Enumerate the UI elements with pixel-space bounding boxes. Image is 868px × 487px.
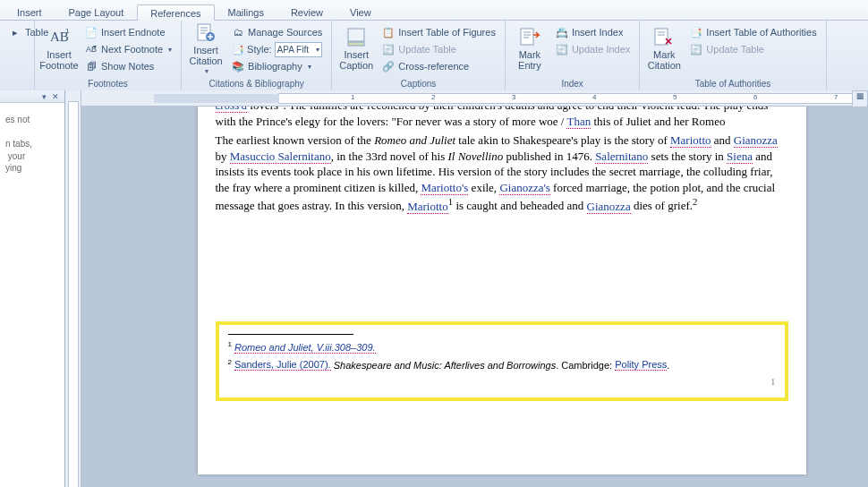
citation-style-select[interactable]: 📑Style:APA Fift▾ — [228, 41, 326, 57]
footnote-2[interactable]: 2 Sanders, Julie (2007). Shakespeare and… — [228, 358, 776, 372]
svg-text:1: 1 — [65, 27, 70, 35]
navigation-pane: ▾✕ es notn tabs, your ying — [0, 90, 65, 487]
group-captions-label: Captions — [336, 78, 501, 90]
mark-citation-icon — [653, 26, 675, 47]
crossref-icon: 🔗 — [382, 60, 395, 73]
document-page[interactable]: cross'd lovers". The families are reconc… — [198, 107, 806, 474]
update-table-button: 🔄Update Table — [379, 41, 499, 57]
group-citations-label: Citations & Bibliography — [185, 78, 328, 90]
ribbon: ▸Table AB1 Insert Footnote 📄Insert Endno… — [0, 21, 868, 91]
tab-references[interactable]: References — [137, 4, 214, 21]
chevron-down-icon[interactable]: ▾ — [168, 46, 172, 54]
tab-mailings[interactable]: Mailings — [215, 4, 277, 20]
group-footnotes-label: Footnotes — [38, 78, 177, 90]
insert-endnote-button[interactable]: 📄Insert Endnote — [81, 24, 175, 40]
show-notes-button[interactable]: 🗐Show Notes — [81, 58, 175, 74]
bibliography-button[interactable]: 📚Bibliography▾ — [228, 58, 326, 74]
group-toa-label: Table of Authorities — [643, 78, 821, 90]
insert-caption-button[interactable]: Insert Caption — [336, 22, 377, 74]
nav-text: es notn tabs, your ying — [0, 103, 64, 185]
ribbon-tabs: Insert Page Layout References Mailings R… — [0, 0, 868, 21]
update-index-button: 🔄Update Index — [552, 41, 634, 57]
toa-icon: 📑 — [690, 26, 702, 38]
cross-reference-button[interactable]: 🔗Cross-reference — [379, 58, 499, 74]
document-scroll[interactable]: cross'd lovers". The families are reconc… — [81, 107, 868, 487]
update-toa-button: 🔄Update Table — [686, 41, 820, 57]
footnotes-area[interactable]: 1 Romeo and Juliet, V.iii.308–309. 2 San… — [216, 321, 788, 401]
next-footnote-button[interactable]: ABNext Footnote▾ — [81, 41, 175, 57]
group-index-label: Index — [509, 78, 635, 90]
pane-menu-icon[interactable]: ▾ — [42, 92, 47, 101]
insert-citation-button[interactable]: Insert Citation▾ — [185, 22, 226, 74]
bibliography-icon: 📚 — [232, 60, 244, 73]
mark-entry-button[interactable]: Mark Entry — [509, 22, 550, 74]
svg-rect-8 — [655, 29, 668, 45]
vertical-ruler[interactable] — [65, 90, 81, 487]
update-icon: 🔄 — [382, 43, 395, 56]
insert-toa-button[interactable]: 📑Insert Table of Authorities — [686, 24, 820, 40]
footnote-icon: AB1 — [48, 26, 70, 47]
paragraph[interactable]: cross'd lovers". The families are reconc… — [216, 107, 788, 129]
chevron-down-icon[interactable]: ▾ — [316, 46, 319, 54]
footnote-separator — [228, 334, 353, 335]
horizontal-ruler[interactable]: 1 2 3 4 5 6 7 ▩ — [81, 90, 868, 107]
show-notes-icon: 🗐 — [85, 60, 98, 73]
endnote-icon: 📄 — [85, 26, 98, 38]
insert-tof-button[interactable]: 📋Insert Table of Figures — [379, 24, 499, 40]
document-area: 1 2 3 4 5 6 7 ▩ cross'd lovers". The fam… — [65, 90, 868, 487]
svg-rect-7 — [521, 29, 533, 45]
workspace: ▾✕ es notn tabs, your ying 1 2 3 4 5 6 7… — [0, 90, 868, 487]
tab-review[interactable]: Review — [277, 4, 336, 20]
tab-view[interactable]: View — [336, 4, 385, 20]
insert-index-icon: 📇 — [556, 26, 568, 38]
page-number: 1 — [228, 375, 776, 389]
manage-sources-button[interactable]: 🗂Manage Sources — [228, 24, 326, 40]
citation-icon — [195, 21, 217, 43]
mark-entry-icon — [519, 26, 540, 47]
footnote-1[interactable]: 1 Romeo and Juliet, V.iii.308–309. — [228, 340, 776, 355]
paragraph[interactable]: The earliest known version of the Romeo … — [216, 132, 788, 214]
insert-index-button[interactable]: 📇Insert Index — [552, 24, 634, 40]
close-icon[interactable]: ✕ — [52, 92, 59, 101]
mark-citation-button[interactable]: Mark Citation — [643, 22, 685, 74]
update-icon: 🔄 — [690, 43, 702, 56]
tof-icon: 📋 — [382, 26, 395, 38]
svg-rect-6 — [348, 42, 364, 46]
update-icon: 🔄 — [556, 43, 568, 56]
svg-rect-5 — [348, 29, 364, 41]
tab-page-layout[interactable]: Page Layout — [55, 4, 138, 20]
caption-icon — [345, 26, 367, 47]
style-icon: 📑 — [232, 43, 244, 56]
tab-insert[interactable]: Insert — [4, 4, 55, 20]
insert-footnote-button[interactable]: AB1 Insert Footnote — [38, 22, 80, 74]
ruler-toggle-button[interactable]: ▩ — [852, 90, 868, 107]
manage-sources-icon: 🗂 — [232, 26, 244, 38]
next-footnote-icon: AB — [85, 43, 98, 56]
